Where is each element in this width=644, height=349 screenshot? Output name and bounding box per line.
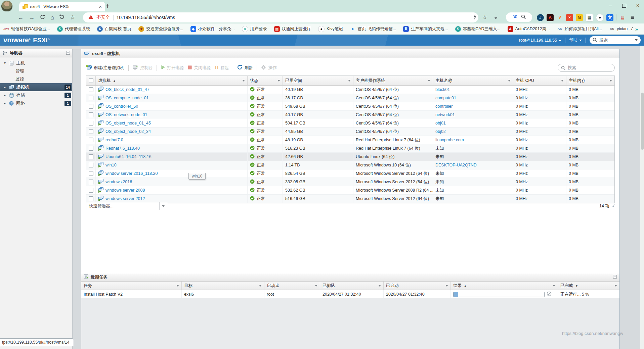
filter-caret-icon[interactable] (176, 285, 179, 287)
sidebar-item-管理[interactable]: 管理 (0, 67, 72, 75)
expand-tasks-icon[interactable] (613, 275, 617, 280)
quick-filter-dropdown[interactable]: 快速筛选器... (86, 202, 167, 210)
vm-name-link[interactable]: redhat7.0 (105, 138, 123, 142)
panda-icon[interactable]: ● (596, 14, 604, 21)
vm-name-link[interactable]: OS_object_node_01_45 (105, 121, 151, 126)
vm-table-row[interactable]: OS_block_node_01_47正常40.19 GBCentOS 4/5/… (86, 86, 614, 94)
page-scrollbar[interactable] (640, 46, 644, 349)
bookmark-item[interactable]: ●Kivy笔记 (318, 26, 343, 32)
host-name-link[interactable]: obj02 (435, 129, 446, 134)
bookmark-item[interactable]: ≈用户登录 (242, 26, 267, 32)
vm-name-link[interactable]: windows 2016 (105, 180, 132, 184)
vm-table-row[interactable]: OS_compute_node_01正常36.17 GBCentOS 4/5/6… (86, 94, 614, 102)
bookmark-item[interactable]: ▦联通网上营业厅 (274, 26, 311, 32)
bookmark-item[interactable]: ➤首页-飞鸽传书短信... (350, 26, 396, 32)
filter-caret-icon[interactable] (508, 80, 511, 82)
bookmark-item[interactable]: ◆小众软件 - 分享免... (190, 26, 235, 32)
filter-caret-icon[interactable] (242, 80, 245, 82)
bookmark-item[interactable]: ★交通安全综合服务... (138, 26, 183, 32)
tasks-column-header-目标[interactable]: 目标 (182, 282, 264, 290)
filter-caret-icon[interactable] (315, 285, 317, 287)
vm-name-link[interactable]: win10 (105, 163, 117, 167)
chevron-down-icon[interactable] (493, 14, 497, 20)
vm-table-row[interactable]: Redhat7.6_118.40正常516.23 GBRed Hat Enter… (86, 144, 614, 153)
bookmark-item[interactable]: S代理管理系统 (57, 26, 90, 32)
qr-code-icon[interactable]: ▦ (586, 14, 593, 21)
vm-table-row[interactable]: OS_controller_50正常549.68 GBCentOS 4/5/6/… (86, 102, 614, 111)
toolbox-icon[interactable]: × (566, 14, 573, 21)
bookmark-item[interactable]: AAutoCAD2012简... (508, 26, 550, 32)
tasks-column-header-已排队[interactable]: 已排队 (320, 282, 384, 290)
close-window-button[interactable]: × (636, 3, 639, 8)
history-restore-icon[interactable] (59, 14, 65, 21)
vm-table-row[interactable]: windows server 2008正常532.62 GBMicrosoft … (86, 186, 614, 195)
bookmark-item[interactable]: S零基础CAD三维入... (455, 26, 501, 32)
tasks-column-header-启动者[interactable]: 启动者 (264, 282, 320, 290)
row-checkbox[interactable] (89, 171, 93, 176)
tasks-column-header-任务[interactable]: 任务 (81, 282, 182, 290)
user-menu[interactable]: root@10.199.118.55 (519, 38, 561, 43)
home-icon[interactable]: ⌂ (50, 14, 54, 20)
toolbar-button-刷新[interactable]: 刷新 (237, 65, 253, 71)
translate-icon[interactable]: 文 (606, 14, 613, 21)
row-checkbox[interactable] (89, 112, 93, 117)
column-header-主机名称[interactable]: 主机名称 (433, 76, 513, 85)
vm-name-link[interactable]: OS_compute_node_01 (105, 96, 149, 100)
row-checkbox[interactable] (89, 87, 93, 92)
tasks-column-header-结果[interactable]: 结果 ▲ (451, 282, 558, 290)
reload-icon[interactable] (40, 14, 45, 21)
toolbar-button-打开电源[interactable]: 打开电源 (161, 65, 184, 71)
toolbar-button-控制台[interactable]: 控制台 (133, 65, 153, 71)
host-name-link[interactable]: obj01 (435, 121, 446, 126)
bolt-icon[interactable] (473, 14, 477, 21)
row-checkbox[interactable] (89, 104, 93, 109)
tree-caret-icon[interactable]: ▸ (3, 94, 7, 97)
row-checkbox[interactable] (89, 138, 93, 142)
column-header-已用空间[interactable]: 已用空间 (283, 76, 353, 85)
cat-icon[interactable]: M (576, 14, 583, 21)
filter-caret-icon[interactable] (445, 285, 448, 287)
host-name-link[interactable]: network01 (435, 112, 455, 117)
vm-name-link[interactable]: OS_controller_50 (105, 104, 138, 109)
url-text[interactable]: 10.199.118.55/ui/#/host/vms (117, 15, 175, 20)
vm-table-row[interactable]: OS_object_node_02_34正常44.95 GBCentOS 4/5… (86, 128, 614, 136)
host-name-link[interactable]: compute01 (435, 96, 456, 100)
bookmark-item[interactable]: AS如何添加项目到Ali... (557, 26, 602, 32)
host-name-link[interactable]: DESKTOP-UA2Q7ND (435, 163, 477, 167)
vm-table-row[interactable]: OS_network_node_01正常40.17 GBCentOS 4/5/6… (86, 111, 614, 119)
hash-badge-icon[interactable]: # (537, 14, 544, 21)
vm-name-link[interactable]: Redhat7.6_118.40 (105, 146, 140, 151)
row-checkbox[interactable] (89, 129, 93, 134)
row-checkbox[interactable] (89, 180, 93, 184)
toolbar-button-操作[interactable]: 操作 (261, 65, 276, 71)
task-row[interactable]: Install Host Patch V2exsi6root2020/04/27… (81, 290, 619, 299)
vm-name-link[interactable]: OS_object_node_02_34 (105, 129, 151, 134)
toolbar-button-创建/注册虚拟机[interactable]: 创建/注册虚拟机 (86, 65, 124, 71)
browser-tab[interactable]: exsi6 - VMware ESXi × (19, 2, 105, 11)
filter-caret-icon[interactable] (614, 285, 617, 287)
resize-grip-icon[interactable] (611, 204, 615, 208)
column-header-主机内存[interactable]: 主机内存 (566, 76, 614, 85)
browser-profile-avatar[interactable] (1, 0, 13, 12)
tasks-column-header-已启动[interactable]: 已启动 (384, 282, 451, 290)
security-warning-label[interactable]: 不安全 (96, 14, 110, 20)
host-name-link[interactable]: linuxprobe.com (435, 138, 464, 142)
bookmark-item[interactable]: ⠿生产车间的火灾危... (403, 26, 448, 32)
column-header-状态[interactable]: 状态 (248, 76, 283, 85)
sidebar-item-存储[interactable]: ▸存储1 (0, 91, 72, 99)
vm-table-row[interactable]: Ubuntu64_16.04_118.16正常42.66 GBUbuntu Li… (86, 153, 614, 161)
filter-caret-icon[interactable] (561, 80, 564, 82)
row-checkbox[interactable] (89, 154, 93, 159)
sidebar-item-虚拟机[interactable]: ▸虚拟机14 (0, 83, 72, 91)
select-all-checkbox[interactable] (89, 78, 93, 83)
row-checkbox[interactable] (89, 188, 93, 193)
tree-caret-icon[interactable]: ▸ (3, 86, 7, 89)
filter-caret-icon[interactable] (259, 285, 262, 287)
toolbar-button-关闭电源[interactable]: 关闭电源 (188, 65, 211, 71)
vm-table-row[interactable]: windows 2016正常332.05 GBMicrosoft Windows… (86, 178, 614, 186)
host-name-link[interactable]: controller (435, 104, 453, 109)
vm-name-link[interactable]: windows server 2012 (105, 196, 145, 201)
select-all-header[interactable] (86, 76, 96, 85)
vm-name-link[interactable]: OS_block_node_01_47 (105, 87, 149, 92)
filter-caret-icon[interactable] (609, 80, 612, 82)
